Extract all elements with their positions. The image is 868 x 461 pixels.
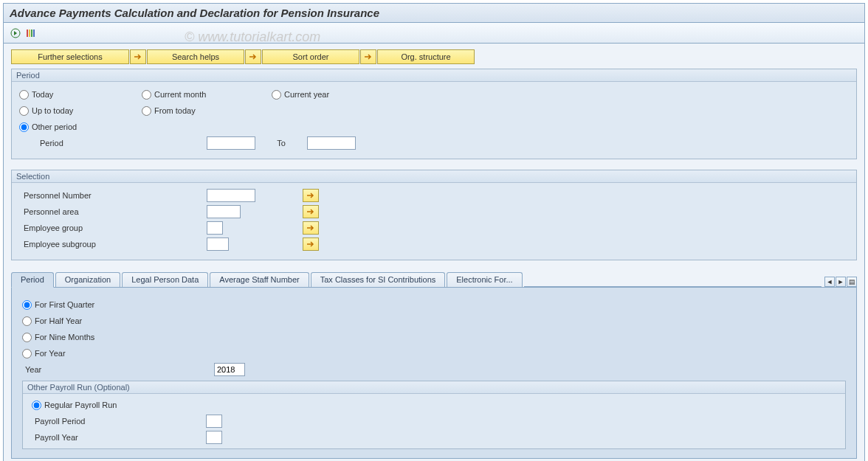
tab-average-staff-number[interactable]: Average Staff Number <box>210 272 309 287</box>
period-from-input[interactable] <box>207 136 255 150</box>
radio-for-year-label: For Year <box>35 349 66 358</box>
radio-current-year-label: Current year <box>284 90 329 99</box>
svg-rect-4 <box>33 30 35 37</box>
radio-up-to-today-label: Up to today <box>32 106 73 115</box>
tab-electronic-form[interactable]: Electronic For... <box>447 272 522 287</box>
arrow-sort-order-icon[interactable] <box>245 49 261 64</box>
radio-today-label: Today <box>32 90 53 99</box>
employee-subgroup-multiple-icon[interactable] <box>303 238 319 251</box>
period-label: Period <box>19 139 207 148</box>
payroll-year-input[interactable] <box>206 431 222 444</box>
employee-subgroup-label: Employee subgroup <box>19 240 207 249</box>
tab-period[interactable]: Period <box>11 272 54 288</box>
period-group-title: Period <box>12 69 856 82</box>
radio-nine-months-label: For Nine Months <box>35 333 94 342</box>
tab-nav-list-icon[interactable]: ▤ <box>847 277 857 287</box>
employee-group-input[interactable] <box>207 221 223 235</box>
personnel-number-label: Personnel Number <box>19 191 207 200</box>
other-payroll-run-group: Other Payroll Run (Optional) Regular Pay… <box>22 381 846 449</box>
employee-group-label: Employee group <box>19 223 207 232</box>
radio-other-period-label: Other period <box>32 122 77 131</box>
payroll-period-label: Payroll Period <box>32 417 206 426</box>
search-helps-button[interactable]: Search helps <box>147 49 244 64</box>
personnel-area-multiple-icon[interactable] <box>303 205 319 218</box>
radio-today[interactable]: Today <box>19 90 142 100</box>
tab-nav-left-icon[interactable]: ◄ <box>824 277 835 287</box>
tabstrip: Period Organization Legal Person Data Av… <box>11 271 857 287</box>
personnel-area-label: Personnel area <box>19 207 207 216</box>
radio-other-period[interactable]: Other period <box>19 122 142 132</box>
period-to-label: To <box>255 139 307 148</box>
radio-current-year[interactable]: Current year <box>272 90 375 100</box>
arrow-org-structure-icon[interactable] <box>360 49 376 64</box>
personnel-area-input[interactable] <box>207 205 241 218</box>
radio-nine-months[interactable]: For Nine Months <box>22 333 94 342</box>
selection-group: Selection Personnel Number Personnel are… <box>11 170 857 260</box>
tab-organization[interactable]: Organization <box>55 272 120 287</box>
tab-period-content: For First Quarter For Half Year For Nine… <box>11 287 857 459</box>
radio-current-month-label: Current month <box>154 90 206 99</box>
selection-buttons-row: Further selections Search helps Sort ord… <box>11 49 857 64</box>
personnel-number-multiple-icon[interactable] <box>303 189 319 202</box>
employee-group-multiple-icon[interactable] <box>303 221 319 235</box>
year-label: Year <box>22 365 214 374</box>
radio-from-today[interactable]: From today <box>142 106 272 116</box>
tab-tax-classes[interactable]: Tax Classes for SI Contributions <box>311 272 446 287</box>
radio-regular-payroll-run-label: Regular Payroll Run <box>44 401 117 409</box>
sort-order-button[interactable]: Sort order <box>262 49 359 64</box>
personnel-number-input[interactable] <box>207 189 255 202</box>
svg-rect-2 <box>29 30 30 37</box>
radio-from-today-label: From today <box>154 106 196 115</box>
radio-for-year[interactable]: For Year <box>22 349 66 358</box>
tab-nav: ◄ ► ▤ <box>824 277 857 287</box>
execute-icon[interactable] <box>10 27 21 39</box>
radio-current-month[interactable]: Current month <box>142 90 272 100</box>
arrow-search-helps-icon[interactable] <box>130 49 146 64</box>
radio-half-year-label: For Half Year <box>35 316 82 325</box>
radio-half-year[interactable]: For Half Year <box>22 316 82 326</box>
year-input[interactable] <box>214 363 245 376</box>
svg-rect-1 <box>27 30 28 37</box>
radio-regular-payroll-run[interactable]: Regular Payroll Run <box>32 401 117 410</box>
svg-rect-3 <box>31 30 32 37</box>
tab-nav-right-icon[interactable]: ► <box>836 277 846 287</box>
period-group: Period Today Current month Current year … <box>11 69 857 159</box>
app-toolbar <box>4 23 864 44</box>
payroll-period-input[interactable] <box>206 415 222 428</box>
org-structure-button[interactable]: Org. structure <box>377 49 475 64</box>
further-selections-button[interactable]: Further selections <box>11 49 129 64</box>
payroll-year-label: Payroll Year <box>32 433 206 442</box>
other-payroll-run-title: Other Payroll Run (Optional) <box>23 381 845 394</box>
radio-up-to-today[interactable]: Up to today <box>19 106 142 116</box>
radio-first-quarter[interactable]: For First Quarter <box>22 300 94 310</box>
tab-legal-person-data[interactable]: Legal Person Data <box>122 272 208 287</box>
selection-group-title: Selection <box>12 170 856 183</box>
tabstrip-container: Period Organization Legal Person Data Av… <box>11 271 857 459</box>
radio-first-quarter-label: For First Quarter <box>35 300 94 309</box>
period-to-input[interactable] <box>307 136 356 150</box>
employee-subgroup-input[interactable] <box>207 238 229 251</box>
variant-icon[interactable] <box>26 27 38 39</box>
page-title: Advance Payments Calculation and Declara… <box>4 4 864 23</box>
